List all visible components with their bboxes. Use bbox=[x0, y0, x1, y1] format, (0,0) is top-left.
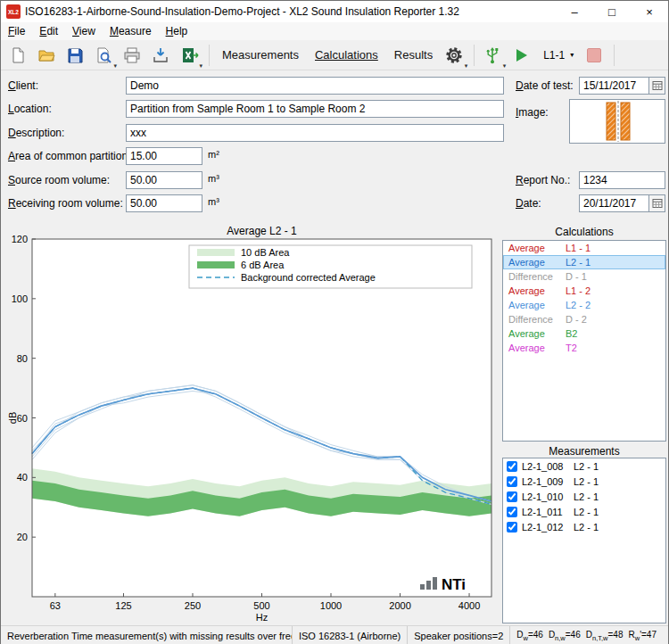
project-form: Client: Location: Description: Area of c… bbox=[1, 70, 668, 226]
usb-connect-button[interactable]: ▾ bbox=[479, 43, 506, 68]
calculation-item[interactable]: Average B2 bbox=[503, 326, 665, 341]
measurement-type: L2 - 1 bbox=[574, 461, 599, 472]
usb-icon bbox=[483, 45, 501, 65]
open-folder-icon bbox=[37, 46, 55, 64]
save-button[interactable] bbox=[62, 43, 88, 68]
tab-results[interactable]: Results bbox=[386, 45, 441, 65]
source-volume-input[interactable] bbox=[126, 171, 202, 189]
date-of-test-input[interactable] bbox=[579, 77, 649, 95]
menu-measure[interactable]: Measure bbox=[103, 23, 159, 39]
calculation-type: Average bbox=[503, 285, 566, 296]
description-input[interactable] bbox=[126, 124, 504, 142]
calculation-item[interactable]: Average L1 - 2 bbox=[503, 284, 665, 298]
calculation-name: L1 - 2 bbox=[566, 285, 591, 296]
svg-text:100: 100 bbox=[12, 293, 28, 304]
title-bar: XL2 ISO16283-1-Airborne-Sound-Insulation… bbox=[1, 1, 668, 22]
measurements-list[interactable]: L2-1_008 L2 - 1 L2-1_009 L2 - 1 L2-1_010… bbox=[502, 458, 666, 623]
calculation-name: D - 1 bbox=[566, 271, 587, 282]
chevron-down-icon: ▾ bbox=[113, 62, 117, 70]
partition-drawing bbox=[571, 101, 664, 142]
menu-view[interactable]: View bbox=[65, 23, 103, 39]
app-icon: XL2 bbox=[6, 4, 21, 19]
start-measurement-button[interactable] bbox=[508, 43, 534, 68]
measurement-checkbox[interactable] bbox=[507, 491, 517, 502]
excel-export-button[interactable]: ▾ bbox=[176, 43, 202, 68]
close-button[interactable]: × bbox=[631, 1, 668, 22]
tab-calculations[interactable]: Calculations bbox=[307, 45, 386, 65]
import-icon bbox=[152, 46, 169, 64]
maximize-button[interactable]: □ bbox=[593, 1, 631, 22]
partition-image[interactable] bbox=[569, 99, 665, 144]
toolbar-separator bbox=[614, 45, 615, 66]
measurement-checkbox[interactable] bbox=[507, 522, 517, 533]
calculation-name: L2 - 2 bbox=[566, 300, 591, 310]
level-selector[interactable]: L1-1 ▾ bbox=[540, 46, 577, 64]
svg-text:4000: 4000 bbox=[458, 600, 480, 611]
status-bar: Reverberation Time measurement(s) with m… bbox=[1, 625, 668, 644]
measurement-checkbox[interactable] bbox=[507, 476, 517, 487]
measurement-checkbox[interactable] bbox=[507, 507, 517, 517]
measurement-item[interactable]: L2-1_009 L2 - 1 bbox=[503, 474, 665, 489]
print-button[interactable] bbox=[119, 43, 145, 68]
measurements-title: Measurements bbox=[500, 445, 668, 458]
settings-button[interactable]: ▾ bbox=[441, 43, 467, 68]
calculation-item[interactable]: Difference D - 1 bbox=[503, 269, 665, 284]
minimize-button[interactable]: – bbox=[556, 1, 593, 22]
window-title: ISO16283-1-Airborne-Sound-Insulation-Dem… bbox=[25, 5, 459, 18]
result-Dw: Dw=46 bbox=[516, 630, 543, 642]
calculation-item[interactable]: Average L2 - 2 bbox=[503, 298, 665, 312]
date-of-test-calendar-button[interactable] bbox=[648, 77, 665, 95]
menu-help[interactable]: Help bbox=[159, 23, 195, 39]
chart-section: 2040608010012063125250500100020004000Hzd… bbox=[8, 226, 497, 623]
calculation-type: Average bbox=[503, 300, 566, 310]
y-axis-label: dB bbox=[8, 412, 18, 424]
open-project-button[interactable] bbox=[33, 43, 60, 68]
stop-measurement-button[interactable] bbox=[581, 43, 607, 68]
client-input[interactable] bbox=[126, 77, 504, 95]
report-no-input[interactable] bbox=[579, 171, 665, 189]
calendar-icon bbox=[652, 80, 663, 91]
measurement-item[interactable]: L2-1_010 L2 - 1 bbox=[503, 489, 665, 504]
location-input[interactable] bbox=[126, 100, 504, 118]
app-window: XL2 ISO16283-1-Airborne-Sound-Insulation… bbox=[0, 0, 669, 644]
area-input[interactable] bbox=[126, 147, 202, 165]
description-label: Description: bbox=[8, 127, 64, 139]
calculation-item[interactable]: Average L2 - 1 bbox=[503, 255, 665, 269]
level-chart: 2040608010012063125250500100020004000Hzd… bbox=[8, 226, 497, 623]
toolbar-separator bbox=[209, 45, 210, 66]
svg-text:40: 40 bbox=[17, 472, 28, 483]
receiving-volume-input[interactable] bbox=[126, 194, 202, 212]
new-project-button[interactable] bbox=[4, 43, 31, 68]
menu-bar: File Edit View Measure Help bbox=[1, 22, 668, 40]
date-input[interactable] bbox=[579, 194, 649, 212]
measurement-item[interactable]: L2-1_008 L2 - 1 bbox=[503, 458, 665, 474]
calculation-name: B2 bbox=[566, 328, 577, 339]
calculation-item[interactable]: Average T2 bbox=[503, 341, 665, 355]
calculation-type: Average bbox=[503, 257, 566, 268]
printer-icon bbox=[123, 46, 141, 64]
tab-measurements[interactable]: Measurements bbox=[214, 45, 307, 65]
svg-text:Background corrected Average: Background corrected Average bbox=[241, 272, 376, 283]
calculations-list[interactable]: Average L1 - 1 Average L2 - 1 Difference… bbox=[502, 240, 666, 442]
new-document-icon bbox=[9, 46, 27, 64]
measurement-item[interactable]: L2-1_012 L2 - 1 bbox=[503, 519, 665, 534]
menu-file[interactable]: File bbox=[1, 23, 32, 39]
measurement-name: L2-1_010 bbox=[522, 491, 574, 502]
measurement-checkbox[interactable] bbox=[507, 461, 517, 472]
calculation-item[interactable]: Average L1 - 1 bbox=[503, 241, 665, 255]
measurement-item[interactable]: L2-1_011 L2 - 1 bbox=[503, 504, 665, 519]
date-of-test-label: Date of test: bbox=[516, 79, 574, 92]
level-selector-value: L1-1 bbox=[543, 49, 565, 62]
image-label: Image: bbox=[516, 106, 549, 119]
calculation-type: Average bbox=[503, 343, 566, 353]
measurement-type: L2 - 1 bbox=[574, 491, 599, 502]
preview-report-button[interactable]: ▾ bbox=[90, 43, 117, 68]
import-measurements-button[interactable] bbox=[147, 43, 174, 68]
menu-edit[interactable]: Edit bbox=[32, 23, 65, 39]
svg-text:80: 80 bbox=[17, 353, 28, 364]
measurement-name: L2-1_009 bbox=[522, 476, 574, 487]
chart-title: Average L2 - 1 bbox=[227, 226, 297, 237]
calculation-item[interactable]: Difference D - 2 bbox=[503, 312, 665, 326]
calendar-icon bbox=[652, 198, 663, 209]
date-calendar-button[interactable] bbox=[648, 194, 665, 212]
